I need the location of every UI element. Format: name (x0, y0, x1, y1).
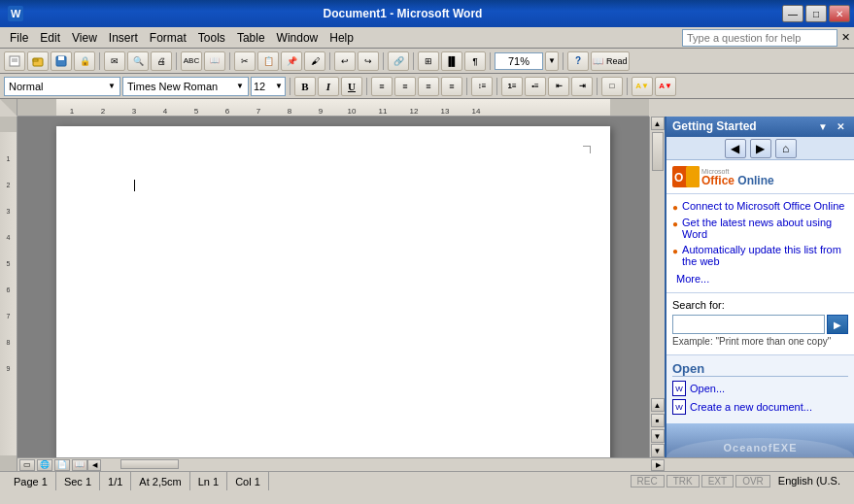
separator-3 (229, 52, 230, 70)
maximize-button[interactable]: □ (805, 5, 827, 22)
separator-fmt-1 (290, 78, 290, 95)
scroll-down-button[interactable]: ▼ (651, 444, 665, 457)
h-scroll-track[interactable] (101, 458, 651, 471)
underline-button[interactable]: U (341, 77, 362, 96)
panel-home-button[interactable]: ⌂ (775, 139, 797, 158)
minimize-button[interactable]: — (782, 5, 803, 22)
document-area[interactable] (17, 117, 649, 457)
columns-button[interactable]: ▐▌ (441, 51, 462, 71)
read-button[interactable]: 📖 Read (591, 51, 630, 71)
panel-search-input[interactable] (672, 315, 825, 334)
panel-forward-button[interactable]: ▶ (750, 139, 771, 158)
menu-edit[interactable]: Edit (34, 29, 66, 47)
panel-back-button[interactable]: ◀ (725, 139, 746, 158)
print-view-button[interactable]: 📄 (54, 459, 70, 471)
copy-button[interactable]: 📋 (257, 51, 279, 71)
panel-search-button[interactable]: ▶ (827, 315, 848, 334)
text-cursor (134, 180, 135, 191)
scroll-thumb[interactable] (652, 132, 664, 171)
panel-link-1[interactable]: ● Get the latest news about using Word (672, 217, 848, 240)
decrease-indent-button[interactable]: ⇤ (548, 77, 569, 96)
normal-view-button[interactable]: ▭ (19, 459, 35, 471)
h-scroll-thumb[interactable] (120, 459, 179, 469)
increase-indent-button[interactable]: ⇥ (571, 77, 593, 96)
reading-view-button[interactable]: 📖 (72, 459, 87, 471)
vertical-ruler: 1 2 3 4 5 6 7 8 9 (0, 117, 17, 471)
permission-button[interactable]: 🔒 (74, 51, 95, 71)
menu-tools[interactable]: Tools (192, 29, 231, 47)
outside-border-button[interactable]: □ (601, 77, 623, 96)
ruler-tick: 14 (461, 107, 492, 116)
help-search-input[interactable] (682, 29, 837, 47)
menu-view[interactable]: View (66, 29, 103, 47)
bullets-button[interactable]: •≡ (525, 77, 546, 96)
panel-header: Getting Started ▼ ✕ (666, 117, 854, 137)
panel-link-0[interactable]: ● Connect to Microsoft Office Online (672, 200, 848, 213)
research-button[interactable]: 📖 (204, 51, 225, 71)
menu-help[interactable]: Help (324, 29, 359, 47)
svg-marker-9 (0, 99, 17, 117)
panel-dropdown-button[interactable]: ▼ (815, 118, 831, 134)
vertical-scrollbar[interactable]: ▲ ▲ ■ ▼ ▼ (649, 117, 665, 457)
table-button[interactable]: ⊞ (418, 51, 439, 71)
bold-button[interactable]: B (294, 77, 316, 96)
show-formatting-button[interactable]: ¶ (464, 51, 486, 71)
numbering-button[interactable]: 1≡ (501, 77, 523, 96)
save-button[interactable] (51, 51, 72, 71)
open-link-1[interactable]: W Create a new document... (672, 399, 848, 415)
open-link-text-1: Create a new document... (690, 401, 812, 413)
paste-button[interactable]: 📌 (281, 51, 302, 71)
style-selector[interactable]: Normal ▼ (4, 77, 120, 96)
panel-link-2[interactable]: ● Automatically update this list from th… (672, 244, 848, 267)
ruler-scale: 1 2 3 4 5 6 7 8 9 10 11 12 13 14 (56, 99, 610, 116)
split-down-button[interactable]: ▼ (651, 429, 665, 443)
separator-1 (99, 52, 100, 70)
menu-insert[interactable]: Insert (103, 29, 144, 47)
menu-file[interactable]: File (4, 29, 34, 47)
split-mid-button[interactable]: ■ (651, 414, 665, 427)
more-link[interactable]: More... (672, 271, 848, 286)
zoom-dropdown[interactable]: ▼ (545, 51, 559, 71)
hyperlink-button[interactable]: 🔗 (388, 51, 409, 71)
line-spacing-button[interactable]: ↕≡ (471, 77, 493, 96)
email-button[interactable]: ✉ (104, 51, 125, 71)
format-painter-button[interactable]: 🖌 (304, 51, 325, 71)
italic-button[interactable]: I (318, 77, 339, 96)
menu-table[interactable]: Table (231, 29, 271, 47)
help-button[interactable]: ? (567, 51, 589, 71)
close-button[interactable]: ✕ (829, 5, 850, 22)
web-view-button[interactable]: 🌐 (37, 459, 52, 471)
panel-close-button[interactable]: ✕ (833, 118, 848, 134)
redo-button[interactable]: ↪ (358, 51, 379, 71)
menu-window[interactable]: Window (271, 29, 325, 47)
scroll-left-button[interactable]: ◀ (87, 459, 101, 471)
panel-open-section: Open W Open... W Create a new document..… (666, 355, 854, 423)
open-button[interactable] (27, 51, 49, 71)
spelling-button[interactable]: ABC (181, 51, 202, 71)
new-button[interactable] (4, 51, 25, 71)
cut-button[interactable]: ✂ (234, 51, 256, 71)
status-sec: Sec 1 (56, 472, 100, 490)
scroll-right-button[interactable]: ▶ (651, 459, 665, 471)
scroll-track[interactable] (650, 130, 665, 397)
align-center-button[interactable]: ≡ (394, 77, 416, 96)
font-selector[interactable]: Times New Roman ▼ (122, 77, 249, 96)
help-search-close[interactable]: ✕ (841, 31, 850, 44)
print-button[interactable]: 🖨 (151, 51, 172, 71)
split-up-button[interactable]: ▲ (651, 398, 665, 412)
highlight-button[interactable]: A▼ (632, 77, 653, 96)
scroll-up-button[interactable]: ▲ (651, 117, 665, 130)
window-title: Document1 - Microsoft Word (23, 7, 782, 20)
justify-button[interactable]: ≡ (441, 77, 462, 96)
menu-format[interactable]: Format (144, 29, 192, 47)
align-left-button[interactable]: ≡ (371, 77, 393, 96)
font-size-selector[interactable]: 12 ▼ (251, 77, 286, 96)
align-right-button[interactable]: ≡ (418, 77, 439, 96)
ruler-tick: 13 (429, 107, 461, 116)
undo-button[interactable]: ↩ (334, 51, 356, 71)
font-color-button[interactable]: A▼ (655, 77, 676, 96)
print-preview-button[interactable]: 🔍 (127, 51, 149, 71)
ruler-tick: 8 (274, 107, 305, 116)
horizontal-scrollbar[interactable]: ▭ 🌐 📄 📖 ◀ ▶ (17, 457, 854, 471)
open-link-0[interactable]: W Open... (672, 381, 848, 396)
